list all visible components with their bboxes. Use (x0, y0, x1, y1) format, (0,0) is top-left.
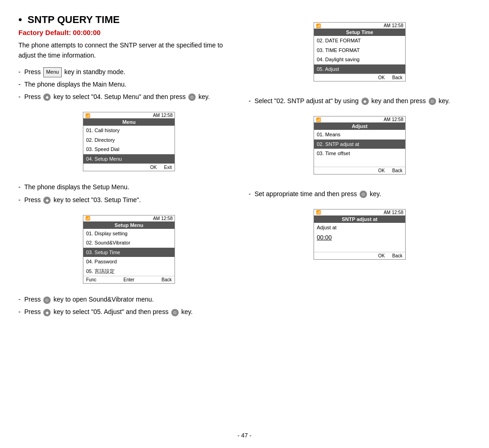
adjust-screen: 📶 AM 12:58 Adjust 01. Means 02. SNTP adj… (314, 116, 406, 175)
time-item-4[interactable]: 05. Adjust (314, 64, 405, 74)
sntp-screen-wrapper: 📶 AM 12:58 SNTP adjust at Adjust at 00:0… (249, 204, 471, 265)
sntp-label: Adjust at (314, 223, 405, 233)
setup-enter[interactable]: Enter (123, 277, 134, 282)
time-back[interactable]: Back (392, 75, 402, 80)
right-step-2: - Set appropriate time and then press ⊙ … (249, 188, 470, 200)
menu-item-4[interactable]: 04. Setup Menu (83, 154, 175, 164)
time-item-3[interactable]: 04. Daylight saving (314, 55, 405, 64)
adjust-back[interactable]: Back (392, 168, 402, 173)
adjust-bottom-bar: OK Back (314, 167, 405, 174)
sntp-title: SNTP adjust at (314, 215, 405, 223)
menu-item-1[interactable]: 01. Call history (83, 126, 175, 135)
nav-icon-2: ◆ (43, 197, 51, 204)
adjust-status-bar: 📶 AM 12:58 (314, 116, 405, 122)
adjust-item-2[interactable]: 02. SNTP adjust at (314, 140, 405, 149)
left-column: • SNTP QUERY TIME Factory Default: 00:00… (18, 14, 239, 323)
menu-time: AM 12:58 (153, 113, 173, 118)
menu-bottom-bar: OK Exit (83, 163, 175, 171)
step-4: - The phone displays the Setup Menu. (18, 181, 239, 193)
setup-menu-title: Setup Menu (83, 221, 175, 229)
time-ok[interactable]: OK (378, 75, 384, 80)
adjust-item-1[interactable]: 01. Means (314, 130, 405, 140)
menu-screen-wrapper: 📶 AM 12:58 Menu 01. Call history 02. Dir… (18, 107, 239, 176)
menu-button[interactable]: Menu (43, 67, 62, 77)
factory-default: Factory Default: 00:00:00 (18, 29, 239, 36)
setup-menu-status-bar: 📶 AM 12:58 (83, 215, 175, 221)
steps-list-2: - The phone displays the Setup Menu. - P… (18, 181, 239, 205)
step-3: - Press ◆ key to select "04. Setup Menu"… (18, 91, 239, 103)
signal-icon-5: 📶 (316, 210, 321, 215)
step-6: - Press ⊙ key to open Sound&Vibrator men… (18, 294, 239, 305)
sntp-value[interactable]: 00:00 (314, 232, 405, 243)
setup-menu-time: AM 12:58 (153, 216, 173, 221)
ok-icon: ⊙ (188, 93, 196, 101)
signal-icon: 📶 (85, 113, 90, 118)
adjust-screen-wrapper: 📶 AM 12:58 Adjust 01. Means 02. SNTP adj… (249, 111, 471, 179)
setup-item-1[interactable]: 01. Display setting (83, 229, 175, 239)
setup-time-status-bar: 📶 AM 12:58 (314, 23, 405, 29)
setup-menu-bottom-bar: Func Enter Back (83, 276, 175, 283)
sntp-bottom-bar: OK Back (314, 252, 405, 259)
description: The phone attempts to connect the SNTP s… (18, 40, 239, 61)
sntp-value-text: 00:00 (317, 234, 332, 241)
right-steps-list-2: - Set appropriate time and then press ⊙ … (249, 188, 470, 200)
sntp-back[interactable]: Back (392, 253, 402, 258)
steps-list-3: - Press ⊙ key to open Sound&Vibrator men… (18, 294, 239, 318)
right-step-2-section: - Set appropriate time and then press ⊙ … (249, 188, 471, 200)
setup-item-5[interactable]: 05. 言語設定 (83, 267, 175, 276)
adjust-time: AM 12:58 (384, 117, 403, 122)
sntp-time: AM 12:58 (384, 210, 403, 215)
ok-icon-2: ⊙ (43, 297, 51, 304)
main-layout: • SNTP QUERY TIME Factory Default: 00:00… (18, 14, 471, 323)
setup-menu-screen-wrapper: 📶 AM 12:58 Setup Menu 01. Display settin… (18, 210, 239, 289)
bullet: • (18, 14, 22, 25)
adjust-item-3[interactable]: 03. Time offset (314, 149, 405, 158)
nav-icon-right: ◆ (361, 98, 369, 105)
sntp-ok[interactable]: OK (378, 253, 384, 258)
signal-icon-2: 📶 (85, 216, 90, 221)
setup-item-4[interactable]: 04. Password (83, 257, 175, 267)
signal-icon-3: 📶 (316, 23, 321, 28)
ok-icon-set: ⊙ (360, 191, 367, 198)
adjust-ok[interactable]: OK (378, 168, 384, 173)
page-number: - 47 - (238, 432, 251, 439)
setup-time-screen: 📶 AM 12:58 Setup Time 02. DATE FORMAT 03… (314, 22, 406, 81)
right-step-1: - Select "02. SNTP adjust at" by using ◆… (249, 95, 470, 107)
step-5: - Press ◆ key to select "03. Setup Time"… (18, 194, 239, 206)
right-column: 📶 AM 12:58 Setup Time 02. DATE FORMAT 03… (249, 14, 471, 323)
setup-menu-screen: 📶 AM 12:58 Setup Menu 01. Display settin… (83, 215, 175, 284)
menu-item-3[interactable]: 03. Speed Dial (83, 145, 175, 154)
setup-time-bottom-bar: OK Back (314, 74, 405, 81)
time-item-2[interactable]: 03. TIME FORMAT (314, 46, 405, 55)
setup-item-2[interactable]: 02. Sound&Vibrator (83, 238, 175, 248)
setup-time-title: Setup Time (314, 29, 405, 36)
setup-item-3[interactable]: 03. Setup Time (83, 248, 175, 257)
setup-time-clock: AM 12:58 (384, 23, 403, 28)
menu-screen: 📶 AM 12:58 Menu 01. Call history 02. Dir… (83, 112, 175, 171)
adjust-title: Adjust (314, 122, 405, 130)
step-1: - Press Menu key in standby mode. (18, 66, 239, 78)
page-container: • SNTP QUERY TIME Factory Default: 00:00… (0, 0, 489, 448)
section-title: • SNTP QUERY TIME (18, 14, 239, 26)
sntp-screen: 📶 AM 12:58 SNTP adjust at Adjust at 00:0… (314, 209, 406, 260)
step-2: - The phone displays the Main Menu. (18, 79, 239, 90)
title-text: SNTP QUERY TIME (28, 14, 120, 25)
steps-list: - Press Menu key in standby mode. - The … (18, 66, 239, 103)
nav-icon-3: ◆ (43, 309, 51, 316)
right-steps-list: - Select "02. SNTP adjust at" by using ◆… (249, 95, 470, 107)
menu-title: Menu (83, 118, 175, 126)
signal-icon-4: 📶 (316, 117, 321, 122)
menu-item-2[interactable]: 02. Directory (83, 135, 175, 145)
sntp-status-bar: 📶 AM 12:58 (314, 209, 405, 215)
setup-time-screen-wrapper: 📶 AM 12:58 Setup Time 02. DATE FORMAT 03… (249, 17, 471, 86)
time-item-1[interactable]: 02. DATE FORMAT (314, 36, 405, 46)
menu-exit[interactable]: Exit (164, 165, 172, 170)
ok-icon-right: ⊙ (429, 98, 436, 105)
setup-func[interactable]: Func (86, 277, 96, 282)
setup-back[interactable]: Back (162, 277, 172, 282)
right-steps-section: - Select "02. SNTP adjust at" by using ◆… (249, 95, 471, 107)
step-7: - Press ◆ key to select "05. Adjust" and… (18, 306, 239, 318)
menu-status-bar: 📶 AM 12:58 (83, 112, 175, 118)
nav-icon: ◆ (43, 93, 51, 101)
menu-ok[interactable]: OK (150, 165, 157, 170)
